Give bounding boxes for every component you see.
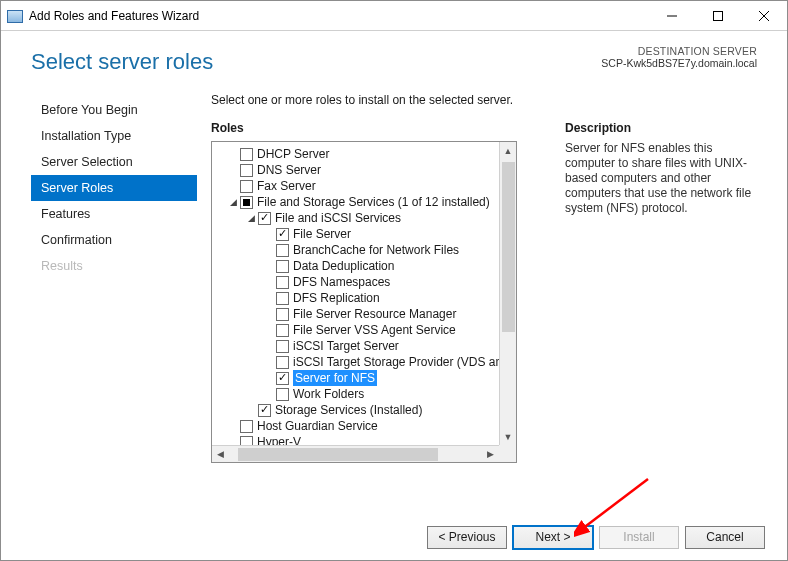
role-label[interactable]: Host Guardian Service bbox=[257, 418, 378, 434]
wizard-footer: < Previous Next > Install Cancel bbox=[1, 514, 787, 560]
role-row[interactable]: DHCP Server bbox=[218, 146, 516, 162]
role-row[interactable]: File Server bbox=[218, 226, 516, 242]
role-checkbox[interactable] bbox=[258, 212, 271, 225]
role-row[interactable]: DFS Replication bbox=[218, 290, 516, 306]
scroll-corner bbox=[499, 445, 516, 462]
scroll-thumb-h[interactable] bbox=[238, 448, 438, 461]
role-row[interactable]: File Server VSS Agent Service bbox=[218, 322, 516, 338]
nav-server-selection[interactable]: Server Selection bbox=[31, 149, 197, 175]
nav-server-roles[interactable]: Server Roles bbox=[31, 175, 197, 201]
destination-server: SCP-Kwk5dBS7E7y.domain.local bbox=[601, 57, 757, 69]
wizard-nav: Before You Begin Installation Type Serve… bbox=[31, 85, 197, 463]
role-label[interactable]: File and Storage Services (1 of 12 insta… bbox=[257, 194, 490, 210]
description-heading: Description bbox=[565, 121, 757, 135]
role-row[interactable]: ◢File and Storage Services (1 of 12 inst… bbox=[218, 194, 516, 210]
nav-before-you-begin[interactable]: Before You Begin bbox=[31, 97, 197, 123]
instruction-text: Select one or more roles to install on t… bbox=[211, 93, 551, 121]
role-label[interactable]: DNS Server bbox=[257, 162, 321, 178]
role-row[interactable]: Storage Services (Installed) bbox=[218, 402, 516, 418]
role-label[interactable]: File and iSCSI Services bbox=[275, 210, 401, 226]
role-checkbox[interactable] bbox=[240, 148, 253, 161]
role-checkbox[interactable] bbox=[276, 260, 289, 273]
role-label[interactable]: DFS Replication bbox=[293, 290, 380, 306]
close-button[interactable] bbox=[741, 1, 787, 30]
role-label[interactable]: DFS Namespaces bbox=[293, 274, 390, 290]
role-row[interactable]: ◢File and iSCSI Services bbox=[218, 210, 516, 226]
expander-icon[interactable]: ◢ bbox=[228, 197, 238, 207]
vertical-scrollbar[interactable]: ▲ ▼ bbox=[499, 142, 516, 445]
cancel-button[interactable]: Cancel bbox=[685, 526, 765, 549]
scroll-down-icon[interactable]: ▼ bbox=[500, 428, 516, 445]
nav-confirmation[interactable]: Confirmation bbox=[31, 227, 197, 253]
role-label[interactable]: Work Folders bbox=[293, 386, 364, 402]
role-checkbox[interactable] bbox=[276, 324, 289, 337]
destination-block: DESTINATION SERVER SCP-Kwk5dBS7E7y.domai… bbox=[601, 45, 757, 69]
role-row[interactable]: DFS Namespaces bbox=[218, 274, 516, 290]
role-row[interactable]: Data Deduplication bbox=[218, 258, 516, 274]
scroll-thumb-v[interactable] bbox=[502, 162, 515, 332]
scroll-right-icon[interactable]: ▶ bbox=[482, 446, 499, 462]
destination-label: DESTINATION SERVER bbox=[601, 45, 757, 57]
role-checkbox[interactable] bbox=[276, 244, 289, 257]
role-row[interactable]: iSCSI Target Server bbox=[218, 338, 516, 354]
wizard-header: Select server roles DESTINATION SERVER S… bbox=[1, 31, 787, 85]
description-pane: Description Server for NFS enables this … bbox=[565, 85, 757, 463]
role-label[interactable]: Storage Services (Installed) bbox=[275, 402, 422, 418]
role-checkbox[interactable] bbox=[240, 180, 253, 193]
role-checkbox[interactable] bbox=[240, 196, 253, 209]
role-label[interactable]: File Server VSS Agent Service bbox=[293, 322, 456, 338]
role-label[interactable]: Fax Server bbox=[257, 178, 316, 194]
window-title: Add Roles and Features Wizard bbox=[29, 9, 199, 23]
role-row[interactable]: Work Folders bbox=[218, 386, 516, 402]
role-checkbox[interactable] bbox=[276, 356, 289, 369]
role-checkbox[interactable] bbox=[276, 308, 289, 321]
role-checkbox[interactable] bbox=[258, 404, 271, 417]
window-titlebar: Add Roles and Features Wizard bbox=[1, 1, 787, 31]
description-text: Server for NFS enables this computer to … bbox=[565, 141, 757, 216]
nav-features[interactable]: Features bbox=[31, 201, 197, 227]
scroll-left-icon[interactable]: ◀ bbox=[212, 446, 229, 462]
role-row[interactable]: iSCSI Target Storage Provider (VDS and V… bbox=[218, 354, 516, 370]
center-pane: Select one or more roles to install on t… bbox=[197, 85, 565, 463]
role-checkbox[interactable] bbox=[276, 388, 289, 401]
role-label[interactable]: DHCP Server bbox=[257, 146, 329, 162]
role-label[interactable]: File Server Resource Manager bbox=[293, 306, 456, 322]
role-checkbox[interactable] bbox=[276, 292, 289, 305]
install-button: Install bbox=[599, 526, 679, 549]
roles-heading: Roles bbox=[211, 121, 551, 135]
wizard-body: Before You Begin Installation Type Serve… bbox=[1, 85, 787, 463]
role-row[interactable]: File Server Resource Manager bbox=[218, 306, 516, 322]
app-icon bbox=[7, 8, 23, 24]
role-row[interactable]: BranchCache for Network Files bbox=[218, 242, 516, 258]
roles-tree[interactable]: DHCP ServerDNS ServerFax Server◢File and… bbox=[211, 141, 517, 463]
previous-button[interactable]: < Previous bbox=[427, 526, 507, 549]
role-checkbox[interactable] bbox=[276, 276, 289, 289]
role-row[interactable]: DNS Server bbox=[218, 162, 516, 178]
role-row[interactable]: Fax Server bbox=[218, 178, 516, 194]
role-checkbox[interactable] bbox=[240, 164, 253, 177]
role-checkbox[interactable] bbox=[276, 372, 289, 385]
role-checkbox[interactable] bbox=[276, 340, 289, 353]
scroll-up-icon[interactable]: ▲ bbox=[500, 142, 516, 159]
window-controls bbox=[649, 1, 787, 30]
expander-icon[interactable]: ◢ bbox=[246, 213, 256, 223]
maximize-button[interactable] bbox=[695, 1, 741, 30]
horizontal-scrollbar[interactable]: ◀ ▶ bbox=[212, 445, 516, 462]
nav-results: Results bbox=[31, 253, 197, 279]
role-label[interactable]: Server for NFS bbox=[293, 370, 377, 386]
role-checkbox[interactable] bbox=[276, 228, 289, 241]
role-label[interactable]: BranchCache for Network Files bbox=[293, 242, 459, 258]
minimize-button[interactable] bbox=[649, 1, 695, 30]
role-label[interactable]: iSCSI Target Storage Provider (VDS and V… bbox=[293, 354, 517, 370]
role-row[interactable]: Server for NFS bbox=[218, 370, 516, 386]
role-label[interactable]: File Server bbox=[293, 226, 351, 242]
nav-installation-type[interactable]: Installation Type bbox=[31, 123, 197, 149]
next-button[interactable]: Next > bbox=[513, 526, 593, 549]
role-row[interactable]: Host Guardian Service bbox=[218, 418, 516, 434]
role-label[interactable]: Data Deduplication bbox=[293, 258, 394, 274]
role-label[interactable]: iSCSI Target Server bbox=[293, 338, 399, 354]
role-checkbox[interactable] bbox=[240, 420, 253, 433]
svg-rect-1 bbox=[714, 11, 723, 20]
